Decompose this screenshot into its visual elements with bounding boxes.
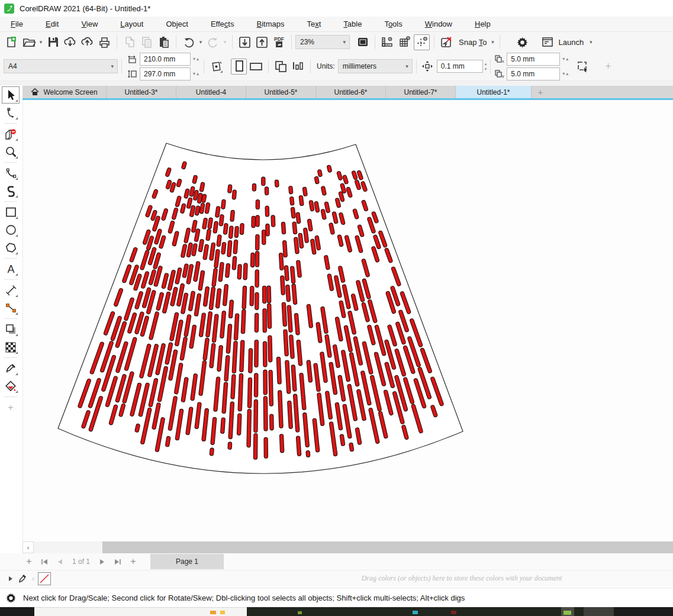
undo-dropdown[interactable]: ▾	[197, 39, 204, 45]
options-button[interactable]	[514, 34, 530, 50]
treat-as-filled-button[interactable]	[574, 59, 590, 75]
menu-edit[interactable]: Edit	[38, 17, 66, 31]
ellipse-tool[interactable]	[2, 221, 20, 238]
pick-tool[interactable]	[2, 86, 20, 104]
menu-file[interactable]: File	[0, 17, 31, 31]
first-page-button[interactable]	[37, 554, 52, 569]
menu-table[interactable]: Table	[336, 17, 369, 31]
text-tool[interactable]: A	[2, 260, 20, 278]
tab-untitled-1-active[interactable]: Untitled-1*	[456, 86, 532, 98]
open-button[interactable]	[21, 34, 37, 50]
tab-welcome-screen[interactable]: Welcome Screen	[22, 86, 107, 98]
portrait-button[interactable]	[231, 59, 247, 75]
page-height-field[interactable]: 297.0 mm	[140, 67, 191, 80]
snap-to-dropdown[interactable]: ▾	[489, 39, 496, 45]
units-combo[interactable]: millimeters ▾	[338, 59, 413, 73]
tab-untitled-3[interactable]: Untitled-3*	[107, 86, 176, 98]
stitch-dash	[357, 182, 359, 188]
menu-object[interactable]: Object	[158, 17, 196, 31]
scrollbar-thumb[interactable]	[102, 541, 673, 553]
menu-layout[interactable]: Layout	[112, 17, 151, 31]
menu-text[interactable]: Text	[299, 17, 329, 31]
new-document-button[interactable]	[4, 34, 20, 50]
menu-effects[interactable]: Effects	[203, 17, 242, 31]
autofit-page-button[interactable]	[208, 59, 224, 75]
full-screen-preview-button[interactable]	[355, 34, 371, 50]
tab-untitled-6[interactable]: Untitled-6*	[316, 86, 386, 98]
previous-page-button[interactable]	[52, 554, 67, 569]
menu-window[interactable]: Window	[417, 17, 460, 31]
tab-untitled-7[interactable]: Untitled-7*	[386, 86, 456, 98]
transparency-tool[interactable]	[2, 338, 20, 356]
add-page-after-button[interactable]: +	[125, 554, 141, 569]
save-to-cloud-button[interactable]	[62, 34, 78, 50]
open-dropdown[interactable]: ▾	[37, 39, 44, 45]
page-size-combo[interactable]: A4 ▾	[4, 59, 118, 73]
new-document-tab-button[interactable]: +	[532, 86, 549, 98]
print-button[interactable]	[96, 34, 112, 50]
show-grid-button[interactable]	[397, 34, 413, 50]
duplicate-y-field[interactable]: 5.0 mm	[507, 67, 560, 80]
landscape-button[interactable]	[248, 59, 264, 75]
all-pages-button[interactable]	[273, 59, 289, 75]
polygon-tool[interactable]	[2, 239, 20, 256]
menu-tools[interactable]: Tools	[376, 17, 410, 31]
skirt-panel-object[interactable]	[23, 100, 673, 541]
duplicate-y-spinner[interactable]: ▾▴	[562, 71, 569, 76]
artistic-media-tool[interactable]	[2, 182, 20, 199]
publish-pdf-button[interactable]: PDF	[271, 34, 287, 50]
current-page-button[interactable]	[290, 59, 306, 75]
show-rulers-button[interactable]	[379, 34, 395, 50]
open-from-cloud-button[interactable]	[79, 34, 95, 50]
color-eyedropper-tool[interactable]	[2, 360, 20, 377]
paste-button[interactable]	[156, 34, 172, 50]
show-guidelines-button[interactable]	[414, 34, 430, 50]
menu-view[interactable]: View	[73, 17, 105, 31]
tab-untitled-4[interactable]: Untitled-4	[176, 86, 246, 98]
zoom-level-combo[interactable]: 23% ▾	[295, 35, 350, 49]
launch-dropdown[interactable]: ▾	[587, 39, 594, 45]
connector-tool[interactable]	[2, 299, 20, 317]
property-bar-add-button[interactable]: +	[605, 60, 611, 73]
next-page-button[interactable]	[95, 554, 110, 569]
save-button[interactable]	[45, 34, 61, 50]
menu-bitmaps[interactable]: Bitmaps	[249, 17, 292, 31]
eraser-tool[interactable]	[2, 125, 20, 143]
drop-shadow-tool[interactable]	[2, 321, 20, 338]
curve-tool[interactable]	[2, 165, 20, 182]
shape-tool[interactable]	[2, 104, 20, 121]
undo-button[interactable]	[181, 34, 197, 50]
stitch-dash	[281, 255, 282, 269]
snap-to-label[interactable]: Snap To	[459, 38, 487, 47]
page-width-spinner[interactable]: ▾▴	[193, 56, 200, 62]
parallel-dimension-tool[interactable]	[2, 282, 20, 299]
rectangle-tool[interactable]	[2, 204, 20, 221]
page-height-spinner[interactable]: ▾▴	[193, 71, 200, 76]
zoom-tool[interactable]	[2, 143, 20, 160]
no-color-swatch[interactable]	[38, 572, 51, 585]
palette-scroll-left-icon[interactable]: ‹	[32, 574, 34, 583]
snap-off-button[interactable]	[439, 34, 455, 50]
menu-help[interactable]: Help	[467, 17, 498, 31]
scroll-left-button[interactable]: ‹	[22, 541, 34, 553]
drawing-canvas[interactable]	[22, 100, 673, 541]
nudge-distance-field[interactable]: 0.1 mm	[437, 60, 483, 73]
launch-button[interactable]	[539, 34, 555, 50]
tab-untitled-5[interactable]: Untitled-5*	[246, 86, 316, 98]
add-page-before-button[interactable]: +	[21, 554, 37, 569]
customize-toolbox-button[interactable]: +	[2, 402, 20, 414]
export-button[interactable]	[254, 34, 270, 50]
launch-label[interactable]: Launch	[558, 38, 584, 47]
import-button[interactable]	[237, 34, 253, 50]
last-page-button[interactable]	[110, 554, 125, 569]
status-gear-icon[interactable]	[5, 592, 17, 604]
page-width-field[interactable]: 210.0 mm	[140, 53, 191, 66]
duplicate-x-spinner[interactable]: ▾▴	[562, 56, 569, 62]
nudge-spinner[interactable]: ▴▾	[485, 61, 487, 72]
duplicate-x-field[interactable]: 5.0 mm	[507, 53, 560, 66]
palette-eyedropper-icon[interactable]	[18, 573, 27, 584]
palette-flyout-icon[interactable]	[8, 576, 13, 582]
horizontal-scrollbar[interactable]: ‹	[22, 541, 673, 553]
page-1-tab[interactable]: Page 1	[150, 554, 224, 569]
interactive-fill-tool[interactable]	[2, 378, 20, 395]
